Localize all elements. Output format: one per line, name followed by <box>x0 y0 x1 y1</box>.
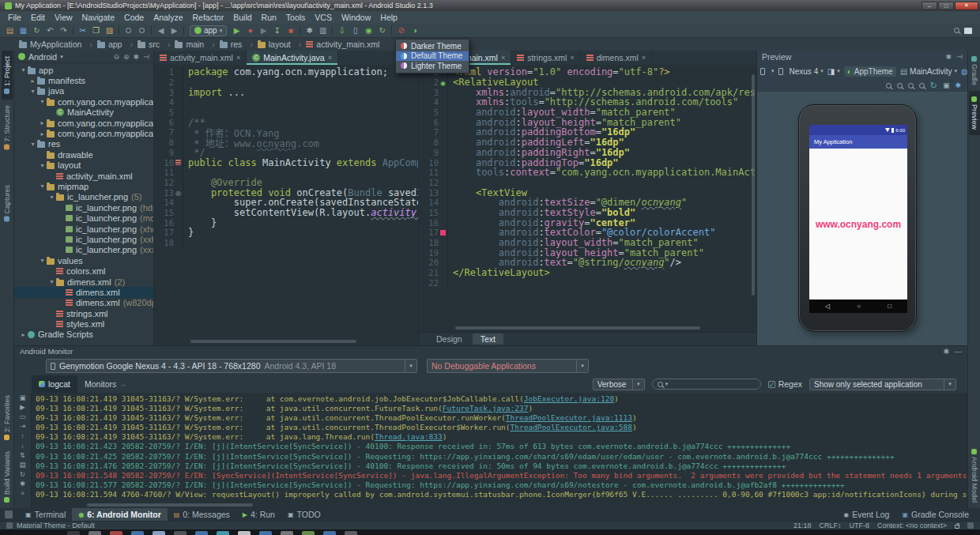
replace-icon[interactable]: ● <box>135 24 149 36</box>
taskbar-app-icon[interactable] <box>323 531 336 535</box>
monitor-settings-icon[interactable]: ✱ <box>944 347 950 356</box>
log-link[interactable]: ThreadPoolExecutor.java:1113 <box>506 413 632 422</box>
minimize-button[interactable]: – <box>922 2 937 10</box>
java-code-area[interactable]: 1 package com.yang.ocn.myapplication; 2 … <box>154 65 418 345</box>
taskbar-app-icon[interactable] <box>67 531 80 535</box>
taskbar-app-icon[interactable] <box>302 531 315 535</box>
stop-icon[interactable]: ■ <box>284 24 297 36</box>
tool-button-gradle-console[interactable]: ▣Gradle Console <box>895 508 975 521</box>
tool-button-run[interactable]: ▶4: Run <box>236 508 281 521</box>
horizontal-scrollbar[interactable] <box>455 326 700 330</box>
scroll-to-end-icon[interactable]: ⇥ <box>20 422 25 431</box>
logcat-output[interactable]: 09-13 16:08:21.419 31045-31163/? W/Syste… <box>32 393 967 508</box>
separator[interactable] <box>151 26 152 35</box>
gradle-sync-icon[interactable]: ↻ <box>375 24 389 36</box>
tree-expand-arrow[interactable]: ▾ <box>47 194 56 201</box>
log-filter-select[interactable]: Show only selected application ▾ <box>809 379 956 390</box>
menu-item[interactable]: Run <box>257 13 281 22</box>
breadcrumb-item[interactable]: app <box>97 40 138 49</box>
minimize-panel-icon[interactable]: — <box>955 347 963 356</box>
restart-icon[interactable]: ↻ <box>20 470 25 479</box>
tool-stripe-gradle[interactable]: Gradle <box>969 51 980 91</box>
forward-icon[interactable]: ▶ <box>168 24 181 36</box>
tool-button-messages[interactable]: ▤0: Messages <box>168 508 236 521</box>
tool-stripe-structure[interactable]: 7: Structure <box>2 100 13 156</box>
help-icon[interactable]: ⊘ <box>394 24 408 36</box>
tree-expand-arrow[interactable]: ▸ <box>38 119 47 126</box>
taskbar-app-icon[interactable] <box>238 531 251 535</box>
menu-item[interactable]: Tools <box>281 13 311 22</box>
debug-icon[interactable]: ● <box>243 24 257 36</box>
tree-item[interactable]: ic_launcher.png (hdpi) <box>14 202 153 213</box>
run-configuration-select[interactable]: app ▾ <box>190 25 227 36</box>
logcat-search-input[interactable]: ▾ <box>652 379 761 390</box>
editor-tab[interactable]: activity_main.xml × <box>154 51 247 65</box>
tree-item[interactable]: ▾ com.yang.ocn.myapplication <box>14 96 153 107</box>
zoom-out-icon[interactable] <box>919 83 925 89</box>
tree-expand-arrow[interactable]: ▾ <box>38 98 47 105</box>
copy-icon[interactable]: ❐ <box>89 24 103 36</box>
tree-item[interactable]: activity_main.xml <box>14 171 153 181</box>
tab-design[interactable]: Design <box>428 333 470 345</box>
tree-item[interactable]: ▾ values <box>14 255 153 266</box>
theme-menu-item[interactable]: Darker Theme <box>396 41 469 51</box>
tool-stripe-build-variants[interactable]: Build Variants <box>2 446 13 508</box>
screenshot-icon[interactable]: ▣ <box>19 394 25 402</box>
context-select[interactable]: Context: <no context> <box>877 522 947 529</box>
tool-button-terminal[interactable]: ▣Terminal <box>19 508 72 521</box>
tab-text[interactable]: Text <box>473 333 503 345</box>
log-link[interactable]: Thread.java:833 <box>375 432 443 441</box>
run-coverage-icon[interactable]: ▶ <box>257 24 270 36</box>
tool-stripe-android-model[interactable]: Android Model <box>969 443 980 508</box>
hide-panel-icon[interactable]: ⊣ <box>143 53 149 61</box>
project-settings-icon[interactable]: ✱ <box>134 53 140 61</box>
breadcrumb-item[interactable]: layout <box>258 40 307 49</box>
tree-expand-arrow[interactable]: ▾ <box>38 183 47 190</box>
project-structure-icon[interactable]: ▥ <box>316 24 330 36</box>
tree-expand-arrow[interactable]: ▸ <box>38 130 47 138</box>
separator[interactable] <box>332 26 333 35</box>
horizontal-scrollbar[interactable] <box>190 340 356 343</box>
tree-item[interactable]: dimens.xml (w820dp) <box>14 298 153 308</box>
tool-stripe-favorites[interactable]: 2: Favorites <box>2 390 13 446</box>
menu-item[interactable]: Build <box>228 13 256 22</box>
hide-panel-icon[interactable]: ⊣ <box>956 53 963 61</box>
sdk-manager-icon[interactable]: ⇩ <box>335 24 349 36</box>
taskbar-app-icon[interactable] <box>217 531 229 535</box>
avd-manager-icon[interactable]: ▯ <box>349 24 362 36</box>
tree-item[interactable]: ▸ com.yang.ocn.myapplication (test) <box>14 128 153 138</box>
scroll-from-source-icon[interactable]: ⊕ <box>123 53 130 61</box>
menu-item[interactable]: Help <box>375 13 402 22</box>
cut-icon[interactable]: ✂ <box>76 24 89 36</box>
editor-tab[interactable]: dimens.xml × <box>581 51 652 65</box>
tree-item[interactable]: ▸ Gradle Scripts <box>14 330 153 340</box>
tool-stripe-project[interactable]: 1: Project <box>2 51 13 100</box>
taskbar-app-icon[interactable] <box>174 531 187 535</box>
tree-item[interactable]: styles.xml <box>14 318 153 329</box>
tree-expand-arrow[interactable]: ▾ <box>19 66 28 73</box>
line-ending-select[interactable]: CRLF↕ <box>819 522 841 529</box>
tool-window-switcher-icon[interactable] <box>5 511 13 518</box>
xml-code-area[interactable]: 1 <?xml version="1.0" encoding="utf-8"?>… <box>419 65 756 332</box>
device-dropdown[interactable]: Genymotion Google Nexus 4 - 4.3 - API 18… <box>46 359 417 373</box>
find-icon[interactable]: ● <box>122 24 135 36</box>
tree-item[interactable]: ▾ dimens.xml (2) <box>14 277 153 287</box>
tree-item[interactable]: drawable <box>14 149 153 160</box>
tab-logcat[interactable]: logcat <box>32 375 77 393</box>
editor-tab[interactable]: MainActivity.java × <box>247 51 338 65</box>
theme-menu-item[interactable]: Lighter Theme <box>396 61 469 71</box>
tree-item[interactable]: ic_launcher.png (xhdpi) <box>14 224 153 234</box>
tree-item[interactable]: ▾ mipmap <box>14 181 153 191</box>
tree-item[interactable]: ic_launcher.png (xxxhdpi) <box>14 245 153 255</box>
maximize-button[interactable]: □ <box>938 2 954 10</box>
menu-item[interactable]: File <box>3 13 26 22</box>
tree-expand-arrow[interactable]: ▾ <box>38 162 47 169</box>
menu-item[interactable]: VCS <box>310 13 337 22</box>
tool-button-todo[interactable]: ▣TODO <box>281 508 327 521</box>
tree-item[interactable]: ▸ manifests <box>14 75 153 85</box>
log-link[interactable]: ThreadPoolExecutor.java:588 <box>511 423 632 431</box>
separator[interactable] <box>300 26 300 35</box>
close-button[interactable]: ✕ <box>955 2 978 10</box>
tree-item[interactable]: ▾ app <box>14 65 153 75</box>
menu-item[interactable]: Edit <box>26 13 50 22</box>
